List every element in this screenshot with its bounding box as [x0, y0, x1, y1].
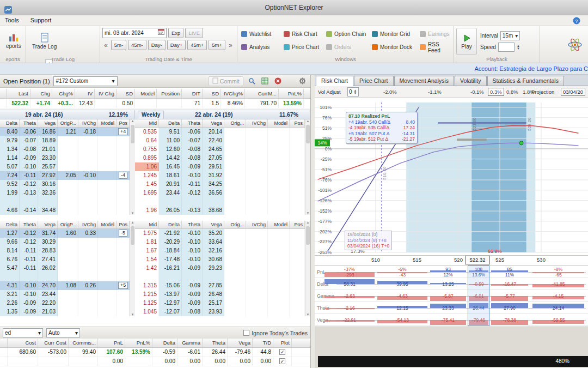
chain-row[interactable]: 9.52-0.1230.16: [0, 180, 130, 189]
chain-row[interactable]: 0.75512.60-0.0824.65: [135, 145, 305, 154]
chain-row[interactable]: 5.47-0.1126.02: [0, 264, 130, 273]
toolbar-button-monitor-dock[interactable]: Monitor Dock: [370, 41, 417, 53]
projection-date-box[interactable]: 03/04/20: [561, 88, 585, 96]
commit-button[interactable]: Commit: [209, 76, 243, 86]
timenav-day[interactable]: Day+: [167, 40, 186, 50]
interval-select[interactable]: 15m▾: [500, 31, 520, 40]
toolbar-button-rss-feed[interactable]: RSS Feed: [418, 41, 450, 53]
toolbar-button-risk-chart[interactable]: Risk Chart: [282, 28, 323, 40]
chain-row[interactable]: [135, 273, 305, 281]
chain-row[interactable]: 1.24518.61-0.1031.92: [135, 171, 305, 180]
plot-checkbox[interactable]: ✓: [279, 358, 285, 364]
next-fast-icon[interactable]: »: [227, 41, 234, 49]
chain-row[interactable]: [135, 197, 305, 206]
chain-row[interactable]: 1.99-0.1332.36: [0, 189, 130, 197]
chain-row[interactable]: 9.79-0.0718.89: [0, 136, 130, 145]
chain-row[interactable]: [0, 197, 130, 206]
vol-adjust-spinner[interactable]: 0 ▲▼: [347, 87, 359, 96]
menu-support[interactable]: Support: [26, 15, 57, 25]
ignore-todays-trades-checkbox[interactable]: [243, 330, 249, 336]
chain-row[interactable]: 4.31-0.1024.701.080.26+5: [0, 281, 130, 290]
close-icon[interactable]: [273, 76, 283, 86]
reports-button[interactable]: eports: [2, 28, 25, 54]
timenav-5m[interactable]: 5m-: [111, 40, 126, 50]
chain-row[interactable]: 1.69523.44-0.1236.56: [135, 189, 305, 197]
chain-row[interactable]: 1.27-0.1231.741.600.33-5: [0, 229, 130, 238]
trade-log-button[interactable]: Trade Log: [28, 28, 60, 54]
chain-row[interactable]: 1.215-13.97-0.0926.48: [135, 290, 305, 299]
chain-row[interactable]: 1.14-0.0923.30: [0, 154, 130, 162]
toolbar-button-price-chart[interactable]: Price Chart: [282, 41, 323, 53]
toolbar-button-earnings[interactable]: Earnings: [418, 28, 450, 40]
plot-checkbox[interactable]: ✓: [279, 349, 285, 355]
chain-row[interactable]: 6.76-0.1127.41: [0, 255, 130, 264]
toolbar-button-analysis[interactable]: Analysis: [240, 41, 281, 53]
tab-risk-chart[interactable]: Risk Chart: [316, 76, 353, 86]
chain-row[interactable]: 1.0616.45-0.0929.51: [135, 162, 305, 171]
risk-chart[interactable]: 101%76%51%25%0%-25%-51%-76%-101%-126%-15…: [315, 98, 588, 256]
calendar-icon[interactable]: [158, 28, 164, 38]
spinner-arrows-icon[interactable]: ▲▼: [517, 45, 520, 50]
chain-row[interactable]: 3.21-0.1023.44: [0, 290, 130, 299]
weekly-badge[interactable]: Weekly: [138, 111, 164, 119]
toolbar-button-monitor-grid[interactable]: Monitor Grid: [370, 28, 417, 40]
chain-row[interactable]: 1.67-18.84-0.1032.16: [135, 246, 305, 255]
tab-price-chart[interactable]: Price Chart: [354, 76, 394, 86]
speed-input[interactable]: [498, 43, 514, 52]
chain-row[interactable]: 1.125-12.97-0.0925.17: [135, 299, 305, 307]
gear-icon[interactable]: [298, 76, 307, 86]
chain-row[interactable]: 4.66-0.1434.48: [0, 206, 130, 215]
scrollbar[interactable]: ▲▼: [305, 221, 310, 316]
search-icon[interactable]: [247, 76, 256, 86]
timenav-45m[interactable]: 45m-: [128, 40, 146, 50]
chain-row[interactable]: [0, 273, 130, 281]
live-button[interactable]: LIVE: [185, 28, 203, 38]
expiry-title[interactable]: 19 abr. 24 (16): [25, 111, 63, 118]
chain-row[interactable]: 8.40-0.0616.861.21-0.18+4: [0, 128, 130, 136]
tab-statistics-fundamentals[interactable]: Statistics & Fundamentals: [487, 76, 564, 86]
chain-row[interactable]: 7.24-0.1127.922.05-0.10-4: [0, 171, 130, 180]
scrollbar[interactable]: ▲▼: [130, 119, 135, 215]
trading-date-input[interactable]: mi. 03 abr. 2024: [102, 28, 167, 38]
account-link[interactable]: Account: Estrategia de Largo Plazo para …: [474, 65, 588, 72]
toolbar-button-option-chain[interactable]: Option Chain: [324, 28, 369, 40]
chain-row[interactable]: 1.54-17.48-0.1030.68: [135, 255, 305, 264]
timenav-5m[interactable]: 5m+: [209, 40, 225, 50]
chain-row[interactable]: 1.34-0.0821.01: [0, 145, 130, 154]
scrollbar[interactable]: ▲▼: [130, 221, 135, 316]
prev-fast-icon[interactable]: «: [102, 41, 109, 49]
table-row[interactable]: 0.000.000.000.000.000.00✓: [0, 357, 310, 366]
chain-row[interactable]: 1.315-15.06-0.0927.85: [135, 281, 305, 290]
timenav-day[interactable]: Day-: [148, 40, 166, 50]
pnl-mode-select[interactable]: ed▾: [3, 328, 43, 337]
chain-row[interactable]: 1.9626.05-0.1338.68: [135, 206, 305, 215]
chain-row[interactable]: 5.07-0.1025.57: [0, 162, 130, 171]
chain-row[interactable]: 0.6411.00-0.0722.40: [135, 136, 305, 145]
chain-row[interactable]: 1.975-21.92-0.1035.20: [135, 229, 305, 238]
chain-row[interactable]: 9.66-0.1230.29: [0, 238, 130, 246]
toolbar-button-watchlist[interactable]: Watchlist: [240, 28, 281, 40]
position-select[interactable]: #172 Custom ▾: [53, 76, 118, 86]
table-row[interactable]: 680.60-573.0099.40107.6013.59%-0.59-6.01…: [0, 348, 310, 357]
chain-row[interactable]: 1.045-12.07-0.0823.93: [135, 307, 305, 316]
export-icon[interactable]: [260, 76, 270, 86]
spinner-arrows-icon[interactable]: ▲▼: [354, 89, 357, 95]
auto-select[interactable]: Auto▾: [46, 328, 80, 337]
exp-button[interactable]: Exp: [168, 28, 183, 38]
tab-movement-analysis[interactable]: Movement Analysis: [394, 76, 454, 86]
chain-row[interactable]: 0.5359.51-0.0620.14: [135, 128, 305, 136]
timenav-45m[interactable]: 45m+: [187, 40, 207, 50]
chain-row[interactable]: 1.42-16.21-0.0929.23: [135, 264, 305, 273]
zoom-bar[interactable]: 480%: [318, 356, 588, 367]
chain-row[interactable]: 8.14-0.1128.83: [0, 246, 130, 255]
play-button[interactable]: Play: [456, 28, 477, 55]
toolbar-button-orders[interactable]: Orders: [324, 41, 369, 53]
expiry-title[interactable]: 22 abr. 24 (19): [195, 111, 232, 118]
table-row[interactable]: 522.32+1.74+0.3...12.430.50711.58.46%791…: [0, 99, 310, 108]
chain-row[interactable]: 2.26-0.0922.20: [0, 299, 130, 307]
chain-row[interactable]: 1.35-0.0921.03: [0, 307, 130, 316]
chain-row[interactable]: 1.4520.91-0.1134.25: [135, 180, 305, 189]
scrollbar[interactable]: ▲▼: [305, 119, 310, 215]
tab-volatility[interactable]: Volatility: [455, 76, 487, 86]
menu-tools[interactable]: Tools: [0, 15, 24, 25]
